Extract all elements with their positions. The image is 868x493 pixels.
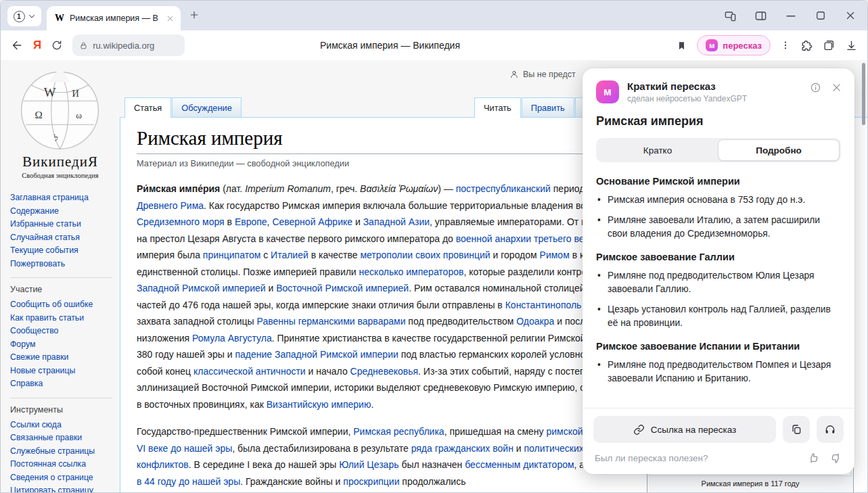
more-menu-icon[interactable] (780, 40, 791, 51)
copy-button[interactable] (783, 416, 810, 443)
devices-icon[interactable] (724, 9, 737, 22)
wiki-link[interactable]: Римская республика (353, 426, 444, 437)
sidebar-item[interactable]: Справка (10, 377, 112, 391)
close-window-icon[interactable] (844, 9, 856, 22)
wiki-tab[interactable]: Обсуждение (172, 97, 242, 117)
sidebar-item[interactable]: Как править статьи (10, 312, 112, 325)
wiki-link[interactable]: Юлий Цезарь (339, 459, 398, 470)
wiki-tab[interactable]: Статья (124, 97, 171, 118)
sidebar-item[interactable]: Свежие правки (10, 351, 112, 365)
wiki-tab[interactable]: Править (522, 97, 574, 117)
wiki-link[interactable]: Константинополь (505, 300, 582, 310)
sidebar-item[interactable]: Случайная статья (10, 231, 112, 245)
wiki-link[interactable]: проскрипции (343, 476, 399, 487)
sidebar-item[interactable]: Сведения о странице (10, 471, 112, 485)
sidebar-panel-icon[interactable] (754, 9, 767, 22)
footer-divider (583, 408, 854, 408)
sidebar-item[interactable]: Служебные страницы (10, 445, 112, 459)
wiki-link[interactable]: VI веке до нашей эры (137, 443, 232, 454)
wiki-link[interactable]: Западной Римской империей (137, 283, 266, 294)
summary-mode-switch: КраткоПодробно (596, 138, 841, 162)
sidebar-item[interactable]: Избранные статьи (10, 218, 112, 231)
wiki-link[interactable]: военной анархии третьего века (456, 233, 594, 244)
tab-close-icon[interactable] (166, 15, 174, 22)
sidebar-item[interactable]: Заглавная страница (10, 191, 112, 205)
yandex-logo-icon[interactable]: Я (33, 39, 41, 52)
sidebar-item[interactable]: Сообщить об ошибке (10, 298, 112, 312)
summary-mode-tab[interactable]: Подробно (718, 139, 840, 161)
wiki-link[interactable]: Северной Африке (272, 216, 352, 227)
wiki-link[interactable]: Италией (271, 250, 309, 260)
chevron-down-icon (28, 12, 36, 20)
svg-text:ω: ω (76, 110, 82, 120)
wiki-link[interactable]: Восточной Римской империей (276, 283, 409, 294)
article-run: и городом (490, 250, 540, 260)
wikipedia-favicon: W (55, 13, 64, 24)
summary-footer: Ссылка на пересказ Был ли пересказ полез… (583, 408, 854, 474)
sidebar-item[interactable]: Сообщество (10, 325, 112, 338)
summary-mode-tab[interactable]: Кратко (597, 139, 718, 161)
sidebar-item[interactable]: Текущие события (10, 244, 112, 258)
wiki-link[interactable]: Римом (540, 250, 570, 260)
wiki-link[interactable]: Древнего Рима (137, 200, 204, 211)
listen-button[interactable] (817, 416, 844, 443)
back-icon[interactable] (10, 39, 24, 52)
sidebar-item[interactable]: Форум (10, 338, 112, 352)
wiki-link[interactable]: метрополии своих провинций (360, 250, 490, 260)
address-bar[interactable]: ru.wikipedia.org (72, 34, 185, 56)
thumbs-down-icon[interactable] (829, 452, 842, 465)
infobox-caption: Римская империя в 117 году (649, 476, 852, 492)
wiki-link[interactable]: бессменным диктатором (465, 459, 574, 470)
personal-bar[interactable]: Вы не предст (509, 70, 576, 79)
bookmark-icon[interactable] (676, 40, 687, 51)
collections-icon[interactable] (823, 39, 836, 52)
wiki-link[interactable]: Средневековья (350, 366, 419, 377)
sidebar-item[interactable]: Пожертвовать (10, 258, 112, 271)
wiki-link[interactable]: Средиземного моря (137, 216, 225, 227)
summary-link-button[interactable]: Ссылка на пересказ (593, 416, 776, 443)
retell-logo-icon: м (706, 39, 718, 51)
wiki-tab[interactable]: Читать (474, 97, 521, 118)
article-run: , пришедшая на смену (444, 426, 547, 437)
article-run: с (260, 250, 271, 260)
wiki-link[interactable]: классической античности (193, 366, 306, 377)
wiki-link[interactable]: Европе (235, 216, 267, 227)
maximize-icon[interactable] (815, 9, 827, 22)
summary-bullet: Римляне под предводительством Юлия Цезар… (596, 269, 841, 296)
retell-button[interactable]: м пересказ (697, 35, 771, 55)
wiki-link[interactable]: несколько императоров (359, 266, 464, 277)
sidebar-item[interactable]: Содержание (10, 205, 112, 218)
sidebar-item[interactable]: Цитировать страницу (10, 484, 112, 492)
summary-header-text: Краткий пересказ сделан нейросетью Yande… (627, 80, 802, 103)
wiki-link[interactable]: постреспубликанский (456, 183, 551, 194)
wiki-link[interactable]: Ромула Августула (192, 333, 272, 344)
sidebar-item[interactable]: Связанные правки (10, 431, 112, 445)
wiki-link[interactable]: Одоакра (516, 316, 554, 327)
wiki-link[interactable]: Западной Азии (363, 216, 430, 227)
article-run: в (225, 216, 235, 227)
minimize-icon[interactable] (785, 9, 797, 22)
wiki-link[interactable]: Византийскую империю (267, 399, 371, 410)
article-run: и начало (306, 366, 350, 377)
sidebar-section: Заглавная страницаСодержаниеИзбранные ст… (10, 189, 112, 276)
info-icon[interactable] (810, 82, 821, 93)
page-scrollbar[interactable] (862, 63, 865, 125)
wikipedia-logo[interactable]: W И Ω ω ל (17, 66, 104, 152)
wiki-link[interactable]: германскими варварами (298, 316, 406, 327)
sidebar-item[interactable]: Ссылки сюда (10, 419, 112, 432)
reload-icon[interactable] (51, 39, 63, 51)
browser-tab[interactable]: W Римская империя — В (47, 6, 181, 30)
thumbs-up-icon[interactable] (807, 452, 820, 465)
new-tab-button[interactable] (189, 9, 200, 20)
sidebar-item[interactable]: Новые страницы (10, 365, 112, 378)
sidebar-item[interactable]: Постоянная ссылка (10, 458, 112, 471)
wiki-link[interactable]: Равенны (257, 316, 296, 327)
panel-close-icon[interactable] (831, 82, 842, 93)
navigation-bar: Я ru.wikipedia.org Римская империя — Вик… (1, 30, 867, 60)
download-icon[interactable] (845, 39, 858, 52)
tab-counter-button[interactable]: 1 (7, 6, 41, 26)
extensions-puzzle-icon[interactable] (800, 39, 813, 52)
wiki-link[interactable]: падение Западной Римской империи (235, 349, 398, 360)
wiki-link[interactable]: принципатом (203, 250, 260, 260)
wiki-link[interactable]: ряда гражданских войн (411, 443, 513, 454)
